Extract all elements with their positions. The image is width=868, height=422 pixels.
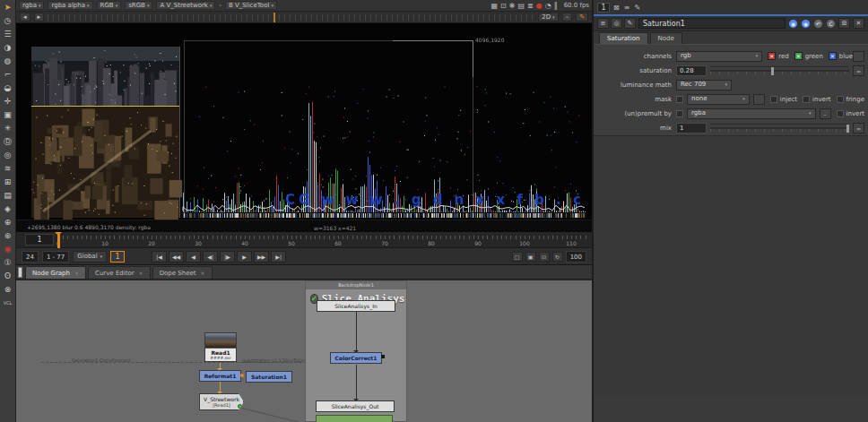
particles-menu-icon[interactable]: ✳ <box>1 122 15 135</box>
copy-panel-button[interactable]: ⊞ <box>838 18 850 29</box>
3d-menu-icon[interactable]: ▣ <box>1 108 15 122</box>
view-mode-dropdown[interactable]: 2D▾ <box>538 13 558 22</box>
node-center-icon[interactable]: ◎ <box>611 18 622 29</box>
timeline-ruler[interactable]: 0102030405060708090100110 <box>58 234 588 246</box>
channels-dropdown[interactable]: rgb▾ <box>676 51 762 62</box>
channel-menu-icon[interactable]: ☰ <box>1 28 15 41</box>
node-graph[interactable]: Saturation1 CloneForward quantization v1… <box>16 280 592 422</box>
color-menu-icon[interactable]: ◑ <box>1 41 15 55</box>
pin-panel-icon[interactable]: ⊠ <box>613 4 620 12</box>
transform-menu-icon[interactable]: ✛ <box>1 95 15 108</box>
undo-button[interactable]: ↶ <box>813 19 823 29</box>
play-forward-fast-button[interactable]: ▶▶ <box>254 251 269 263</box>
plugin-a-icon[interactable]: ⊛ <box>1 229 15 243</box>
stack-menu-icon[interactable]: ≡ <box>624 4 630 12</box>
time-menu-icon[interactable]: ◷ <box>1 14 15 28</box>
merge-menu-icon[interactable]: ◒ <box>1 82 15 95</box>
deep-menu-icon[interactable]: Ⓓ <box>1 135 15 149</box>
colorspace-dropdown[interactable]: sRGB▾ <box>125 1 152 10</box>
fringe-checkbox[interactable] <box>837 96 844 103</box>
wipe-mode-dropdown[interactable]: - <box>219 2 221 9</box>
blue-channel-checkbox[interactable]: ✕ <box>829 52 837 60</box>
tab-curve-editor[interactable]: Curve Editor× <box>88 266 151 279</box>
views-menu-icon[interactable]: ◎ <box>1 149 15 162</box>
pointer-tool-icon[interactable]: ➤ <box>1 1 15 14</box>
viewer-pause-red-icon[interactable]: ● <box>536 2 542 10</box>
mix-slider[interactable] <box>710 124 849 132</box>
timeline-zoom-field[interactable]: 100 <box>566 251 586 263</box>
tab-dope-sheet[interactable]: Dope Sheet× <box>152 266 213 279</box>
saturation-value-field[interactable]: 0.28 <box>676 65 707 76</box>
mask-enable-checkbox[interactable] <box>676 96 683 103</box>
step-back-button[interactable]: ◀| <box>203 251 218 263</box>
annotation-pen-icon[interactable]: ✎ <box>576 13 588 22</box>
plugin-c-icon[interactable]: ʘ <box>1 270 15 283</box>
colorcorrect-node[interactable]: ColorCorrect1 <box>330 352 382 364</box>
node-name-field[interactable]: Saturation1 <box>638 18 786 29</box>
goto-end-button[interactable]: ▶| <box>271 251 286 263</box>
viewer-gizmo-node[interactable]: V_Streetwork [Read1] <box>199 393 244 410</box>
zoom-fit-button[interactable]: – <box>562 13 573 22</box>
draw-menu-icon[interactable]: ◈ <box>1 202 15 216</box>
close-panel-button[interactable]: ✕ <box>853 18 864 29</box>
keyer-menu-icon[interactable]: ⌐ <box>1 68 15 82</box>
premult-channel-dropdown[interactable]: rgba▾ <box>687 108 816 119</box>
fullscreen-toggle-icon[interactable]: ▢ <box>512 252 523 262</box>
goto-start-button[interactable]: |◀ <box>152 251 167 263</box>
pane-toggle-icon[interactable]: ▣ <box>525 252 536 262</box>
timeline-playhead[interactable] <box>57 232 60 248</box>
close-icon[interactable]: × <box>74 270 79 276</box>
green-channel-checkbox[interactable]: ✕ <box>794 52 803 60</box>
premult-enable-checkbox[interactable] <box>676 110 683 117</box>
step-forward-button[interactable]: |▶ <box>220 251 235 263</box>
animation-menu-button[interactable]: ≈ <box>853 123 864 133</box>
next-keyframe-button[interactable]: ▸ <box>34 13 45 22</box>
play-backward-button[interactable]: ◀ <box>186 251 201 263</box>
saturation-slider[interactable] <box>710 66 849 74</box>
play-forward-button[interactable]: ▶ <box>237 251 252 263</box>
fps-field[interactable]: 24 <box>22 251 39 263</box>
metadata-menu-icon[interactable]: ≋ <box>1 162 15 176</box>
viewer-canvas-area[interactable]: 4096,1920 CG w w w . g d n x x f b . c n <box>16 23 592 220</box>
close-icon[interactable]: × <box>201 270 205 276</box>
layer-dropdown[interactable]: rgba▾ <box>19 1 44 10</box>
range-mode-dropdown[interactable]: Global▾ <box>73 251 107 263</box>
viewer-pause-icon[interactable]: ‖ <box>554 2 558 10</box>
mix-value-field[interactable]: 1 <box>676 123 707 133</box>
invert-premult-checkbox[interactable] <box>837 110 844 117</box>
image-menu-icon[interactable]: ▤ <box>1 189 15 202</box>
filter-menu-icon[interactable]: ◍ <box>1 55 15 68</box>
toolsets-menu-icon[interactable]: ⊞ <box>1 176 15 189</box>
reformat-node[interactable]: Reformat1 <box>199 370 241 382</box>
slice-in-node[interactable]: SliceAnalisys_In <box>317 300 395 312</box>
alpha-layer-dropdown[interactable]: rgba alpha▾ <box>48 1 92 10</box>
frame-range-field[interactable]: 1 - 77 <box>42 251 69 263</box>
inject-checkbox[interactable] <box>770 96 777 103</box>
tab-saturation[interactable]: Saturation <box>599 32 648 44</box>
edit-panel-icon[interactable]: ✎ <box>634 4 640 12</box>
close-icon[interactable]: × <box>139 270 143 276</box>
node-filter-icon[interactable]: ≡ <box>597 18 609 29</box>
slice-out-node[interactable]: SliceAnalisys_Out <box>316 400 395 412</box>
animation-menu-button[interactable]: ≈ <box>853 65 864 76</box>
read-node[interactable]: Read1 ####.exr <box>204 332 237 362</box>
backdrop-header[interactable]: BackdropNode1 <box>306 281 406 289</box>
float-panel-button[interactable]: ◉ <box>788 19 798 29</box>
mask-swap-button[interactable] <box>753 94 765 105</box>
saturation-node[interactable]: Saturation1 <box>246 371 292 383</box>
output-node[interactable] <box>316 415 393 422</box>
record-icon[interactable]: ◉ <box>1 243 15 256</box>
current-frame-field[interactable]: 1 <box>25 234 54 245</box>
vcl-label[interactable]: VCL <box>1 297 15 310</box>
revert-button[interactable]: C <box>826 19 836 29</box>
display-channels-dropdown[interactable]: RGB▾ <box>97 1 122 10</box>
plugin-d-icon[interactable]: ⊗ <box>1 283 15 297</box>
viewer-gamma-icon[interactable]: ≣ <box>527 2 534 10</box>
viewer-grid-icon[interactable]: ▦ <box>490 2 498 10</box>
lock-range-icon[interactable]: ⊡ <box>539 252 550 262</box>
viewer-refresh-icon[interactable]: ◔ <box>545 2 551 10</box>
tab-node-graph[interactable]: Node Graph× <box>25 266 86 279</box>
viewer-proxy-icon[interactable]: ❋ <box>509 2 516 10</box>
invert-mask-checkbox[interactable] <box>803 96 810 103</box>
plugin-b-icon[interactable]: ① <box>1 256 15 270</box>
